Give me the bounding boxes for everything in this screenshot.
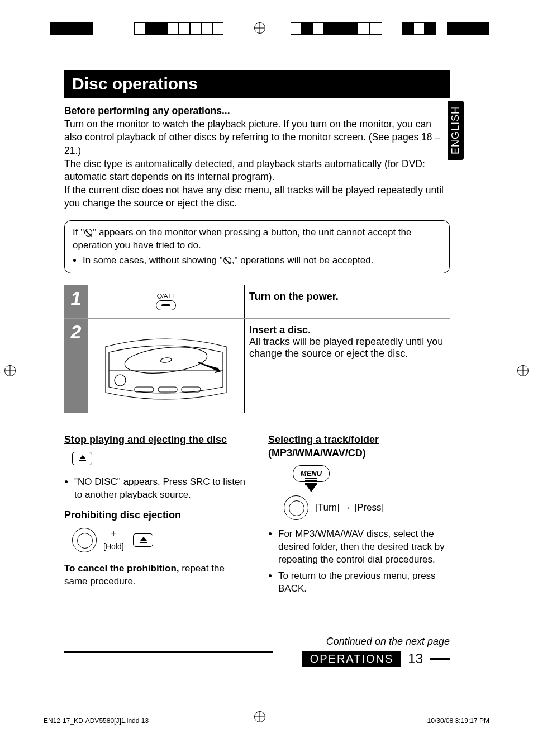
step-row-1: 1 /ATT Turn on the power.: [64, 285, 450, 319]
steps-table: 1 /ATT Turn on the power. 2: [64, 285, 450, 413]
registration-mark-right: [517, 365, 529, 376]
language-tab: ENGLISH: [448, 101, 464, 160]
crop-marks: [0, 22, 533, 38]
page-number: 13: [408, 651, 423, 667]
section-title: Disc operations: [64, 70, 450, 98]
eject-button-icon: [72, 452, 92, 465]
power-button-shape: [156, 300, 176, 310]
control-dial-icon: [284, 495, 308, 520]
power-icon: [157, 294, 162, 299]
step-2-body: All tracks will be played repeatedly unt…: [249, 336, 443, 359]
note-bullet-a: In some cases, without showing ": [83, 255, 223, 266]
svg-rect-5: [158, 387, 177, 392]
insert-disc-figure: [93, 327, 239, 405]
intro-lead: Before performing any operations...: [64, 105, 230, 116]
intro-text: Before performing any operations... Turn…: [64, 105, 450, 210]
eject-button-icon: [133, 533, 153, 547]
imprint-date: 10/30/08 3:19:17 PM: [427, 717, 489, 725]
note-line1a: If ": [73, 227, 84, 238]
footer-rule: [430, 658, 450, 660]
control-dial-icon: [72, 528, 97, 552]
power-button-figure: /ATT: [146, 292, 185, 310]
footer-section-label: OPERATIONS: [302, 651, 402, 667]
prohibit-icon: [84, 229, 92, 237]
step-1-title: Turn on the power.: [249, 291, 339, 302]
svg-point-3: [115, 375, 126, 386]
imprint-file: EN12-17_KD-ADV5580[J]1.indd 13: [44, 717, 149, 725]
mp3-folder-bullet: For MP3/WMA/WAV discs, select the desire…: [278, 528, 450, 566]
stop-eject-heading: Stop playing and ejecting the disc: [64, 433, 246, 446]
svg-point-2: [160, 357, 172, 363]
intro-p3: If the current disc does not have any di…: [64, 185, 444, 209]
svg-rect-4: [135, 387, 154, 392]
left-column: Stop playing and ejecting the disc "NO D…: [64, 433, 246, 602]
back-bullet: To return to the previous menu, press BA…: [278, 570, 450, 596]
step-number: 2: [64, 319, 88, 413]
note-bullet-b: ," operations will not be accepted.: [232, 255, 374, 266]
plus-icon: +: [111, 528, 116, 538]
select-track-heading: Selecting a track/folder (MP3/WMA/WAV/CD…: [268, 433, 450, 460]
power-att-label: /ATT: [162, 292, 175, 299]
svg-point-1: [123, 343, 208, 376]
note-box: If "" appears on the monitor when pressi…: [64, 220, 450, 273]
hold-label: [Hold]: [103, 542, 124, 551]
step-2-title: Insert a disc.: [249, 324, 311, 336]
step-row-2: 2: [64, 319, 450, 413]
down-arrow-icon: [306, 484, 317, 492]
prohibit-eject-heading: Prohibiting disc ejection: [64, 508, 246, 522]
no-disc-bullet: "NO DISC" appears. Press SRC to listen t…: [74, 476, 246, 502]
registration-mark-left: [4, 365, 16, 376]
turn-press-label: [Turn] → [Press]: [315, 502, 384, 514]
menu-button-icon: MENU: [293, 465, 330, 482]
continued-next-page: Continued on the next page: [64, 636, 450, 648]
prohibit-icon: [223, 257, 231, 264]
cancel-prohibition-a: To cancel the prohibition,: [64, 563, 179, 574]
right-column: Selecting a track/folder (MP3/WMA/WAV/CD…: [268, 433, 450, 602]
intro-p2: The disc type is automatically detected,…: [64, 158, 425, 183]
intro-p1: Turn on the monitor to watch the playbac…: [64, 119, 440, 156]
step-number: 1: [64, 285, 88, 318]
note-line1b: " appears on the monitor when pressing a…: [73, 227, 411, 251]
